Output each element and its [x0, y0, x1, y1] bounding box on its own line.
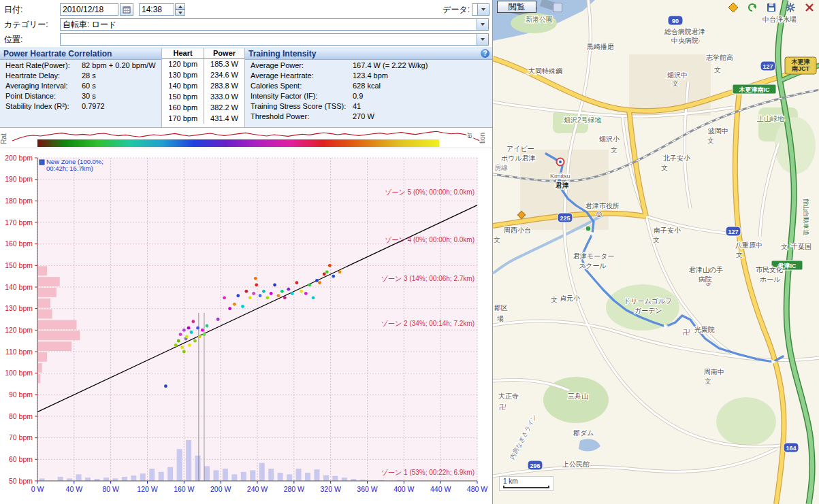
svg-text:120 W: 120 W	[137, 485, 157, 493]
spin-down-icon	[178, 12, 182, 14]
svg-text:ゾーン 3 (14%; 00:06h; 2.7km): ゾーン 3 (14%; 00:06h; 2.7km)	[381, 275, 475, 282]
svg-text:大同特殊鋼: 大同特殊鋼	[528, 67, 562, 75]
svg-text:90 bpm: 90 bpm	[9, 390, 33, 399]
svg-text:北子安小: 北子安小	[663, 154, 691, 162]
stat-row: Point Distance:30 s	[0, 90, 161, 101]
svg-text:225: 225	[560, 215, 570, 222]
svg-text:200 W: 200 W	[210, 485, 231, 493]
table-row: 120 bpm185.3 W	[162, 58, 244, 69]
category-select[interactable]: 自転車: ロード	[60, 18, 489, 31]
svg-text:君津モーター: 君津モーター	[573, 252, 614, 260]
svg-text:スクール: スクール	[579, 262, 607, 269]
svg-text:上山緑地: 上山緑地	[756, 115, 784, 122]
svg-text:中台浄水場: 中台浄水場	[762, 16, 797, 23]
layer-toggle-button[interactable]	[553, 3, 562, 12]
intensity-panel: Training Intensity ? Average Power:167.4…	[245, 48, 492, 127]
svg-text:ゾーン 5 (0%; 00:00h; 0.0km): ゾーン 5 (0%; 00:00h; 0.0km)	[385, 188, 475, 196]
correlation-rows: Heart Rate(Power):82 bpm + 0.20 bpm/WHea…	[0, 60, 161, 111]
svg-text:君津: 君津	[555, 182, 569, 189]
analysis-pane: 日付: データ: カテゴリー: 自転車: ロード	[0, 0, 492, 504]
svg-text:ボウル君津: ボウル君津	[501, 154, 536, 162]
svg-text:中央病院: 中央病院	[671, 37, 698, 44]
vertical-tab-rate[interactable]: Rat	[1, 133, 7, 144]
help-icon[interactable]: ?	[481, 49, 489, 58]
table-row: 150 bpm333.0 W	[162, 91, 244, 102]
svg-text:市民文化: 市民文化	[756, 266, 783, 273]
stat-row: Average Heartrate:123.4 bpm	[245, 70, 492, 80]
stat-row: Heartrate Delay:28 s	[0, 70, 161, 80]
time-input[interactable]	[139, 3, 174, 16]
overview-strip: Rat er tion	[0, 128, 492, 148]
svg-text:文: 文	[672, 80, 679, 87]
gear-icon[interactable]	[784, 1, 796, 13]
close-icon[interactable]	[803, 1, 815, 13]
svg-text:296: 296	[530, 463, 540, 469]
svg-text:ガーデン: ガーデン	[635, 307, 662, 314]
map-toolbar-icons	[727, 1, 815, 13]
category-row: カテゴリー: 自転車: ロード	[0, 17, 492, 32]
time-spinner[interactable]	[175, 3, 185, 16]
app-window: 日付: データ: カテゴリー: 自転車: ロード	[0, 0, 819, 504]
table-row: 160 bpm382.2 W	[162, 102, 244, 113]
svg-text:郡ダム: 郡ダム	[573, 429, 594, 437]
stat-row: Averaging Interval:60 s	[0, 80, 161, 90]
view-button[interactable]: 閲覧	[497, 1, 536, 13]
calendar-icon	[123, 5, 131, 14]
svg-text:◎: ◎	[596, 210, 603, 218]
map[interactable]: 90127225127296164 木更津南IC君津IC木更津南JCT 文文文文…	[493, 0, 819, 504]
svg-text:新港公園: 新港公園	[526, 16, 553, 23]
stat-row: Heart Rate(Power):82 bpm + 0.20 bpm/W	[0, 60, 161, 70]
svg-text:文: 文	[551, 296, 558, 303]
svg-text:黒崎播磨: 黒崎播磨	[587, 43, 614, 50]
svg-text:周西小台: 周西小台	[504, 226, 531, 234]
diamond-icon[interactable]	[727, 1, 739, 13]
svg-text:164: 164	[786, 445, 796, 452]
svg-text:320 W: 320 W	[320, 485, 340, 493]
location-label: 位置:	[4, 34, 60, 46]
svg-text:140 bpm: 140 bpm	[5, 283, 33, 291]
svg-text:ホール: ホール	[760, 275, 781, 283]
svg-text:70 bpm: 70 bpm	[9, 433, 33, 441]
svg-text:畑沢中: 畑沢中	[667, 71, 688, 79]
table-row: 170 bpm431.4 W	[162, 113, 244, 124]
svg-text:80 bpm: 80 bpm	[9, 412, 33, 420]
svg-text:180 bpm: 180 bpm	[5, 197, 33, 205]
location-row: 位置:	[0, 32, 492, 47]
table-header-row: Heart Power	[162, 48, 244, 58]
svg-text:文: 文	[611, 146, 617, 154]
vertical-tab-power[interactable]: er	[467, 133, 474, 139]
calendar-button[interactable]	[120, 3, 133, 16]
stats-panels: Power Heartrate Correlation Heart Rate(P…	[0, 48, 492, 128]
svg-text:大正寺: 大正寺	[498, 392, 519, 400]
svg-text:病院: 病院	[698, 275, 712, 283]
svg-text:100 bpm: 100 bpm	[5, 369, 33, 377]
intensity-panel-title: Training Intensity ?	[245, 48, 492, 60]
chevron-down-icon	[477, 34, 488, 45]
map-panel[interactable]: 90127225127296164 木更津南IC君津IC木更津南JCT 文文文文…	[492, 0, 819, 504]
svg-text:文: 文	[714, 66, 721, 73]
vertical-tab-correlation[interactable]: tion	[479, 133, 486, 144]
map-scale-text: 1 km	[503, 477, 518, 485]
svg-text:00:42h; 16.7km): 00:42h; 16.7km)	[46, 165, 93, 172]
date-input[interactable]	[60, 3, 118, 16]
correlation-chart: 50 bpm60 bpm70 bpm80 bpm90 bpm100 bpm110…	[0, 148, 492, 504]
table-row: 140 bpm283.8 W	[162, 80, 244, 91]
overview-strip-chart	[0, 128, 492, 148]
svg-text:光聚院: 光聚院	[694, 326, 715, 333]
svg-text:360 W: 360 W	[357, 485, 377, 493]
svg-text:八重原中: 八重原中	[735, 241, 762, 249]
category-select-value: 自転車: ロード	[61, 19, 477, 31]
correlation-chart-area: 50 bpm60 bpm70 bpm80 bpm90 bpm100 bpm110…	[0, 148, 492, 504]
svg-text:ゾーン 2 (34%; 00:14h; 7.2km): ゾーン 2 (34%; 00:14h; 7.2km)	[381, 320, 475, 327]
svg-text:千葉国: 千葉国	[790, 243, 812, 250]
refresh-icon[interactable]	[746, 1, 758, 13]
date-label: 日付:	[4, 4, 60, 16]
intensity-rows: Average Power:167.4 W (= 2.22 W/kg)Avera…	[245, 60, 492, 121]
svg-text:160 W: 160 W	[174, 485, 194, 493]
location-select[interactable]	[60, 33, 489, 46]
svg-text:房線: 房線	[494, 164, 508, 171]
save-icon[interactable]	[765, 1, 777, 13]
svg-text:190 bpm: 190 bpm	[5, 175, 33, 183]
svg-text:ゾーン 4 (0%; 00:00h; 0.0km): ゾーン 4 (0%; 00:00h; 0.0km)	[385, 236, 475, 243]
data-select[interactable]	[472, 3, 489, 16]
